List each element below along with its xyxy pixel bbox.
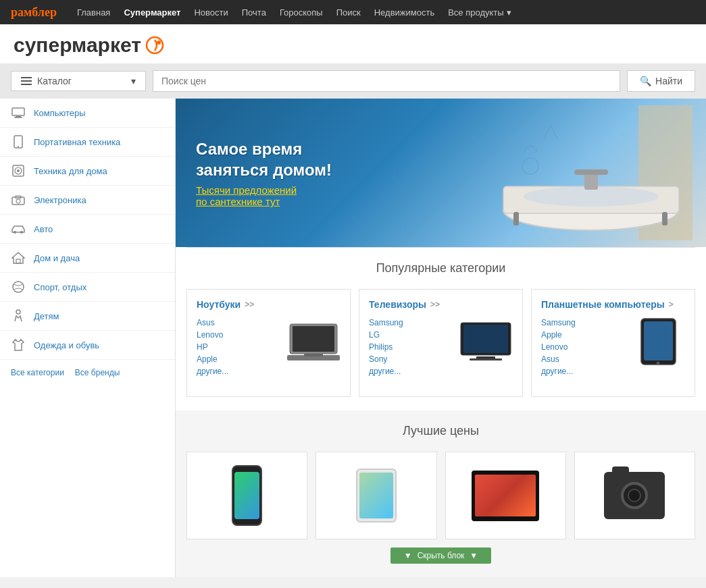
banner-title: Самое времязаняться домом! <box>196 138 332 180</box>
camera-bump <box>612 466 629 475</box>
sidebar-item-portable[interactable]: Портативная техника <box>0 128 175 157</box>
camera-lens-inner <box>628 489 641 502</box>
sidebar-item-computers[interactable]: Компьютеры <box>0 99 175 128</box>
tvs-arrow: >> <box>430 300 440 309</box>
hide-block-button[interactable]: ▼ Скрыть блок ▼ <box>390 547 491 564</box>
price-card-tv[interactable] <box>445 452 566 539</box>
laptops-link-more[interactable]: другие... <box>197 367 228 376</box>
tvs-image <box>459 318 513 365</box>
all-categories-link[interactable]: Все категории <box>11 368 64 377</box>
svg-rect-23 <box>662 212 667 225</box>
sidebar-label-clothing: Одежда и обувь <box>34 340 99 350</box>
laptops-link-apple[interactable]: Apple <box>197 354 228 364</box>
tvs-link-sony[interactable]: Sony <box>369 354 403 364</box>
sidebar-item-electronics[interactable]: Электроника <box>0 186 175 215</box>
popular-categories-section: Популярные категории Ноутбуки >> Asus Le… <box>176 248 706 410</box>
price-card-tablet[interactable] <box>316 452 436 539</box>
tablet2-image <box>356 469 397 523</box>
nav-supermarket[interactable]: Супермаркет <box>124 7 180 18</box>
svg-point-27 <box>522 158 538 174</box>
price-card-camera[interactable] <box>574 452 695 539</box>
categories-grid: Ноутбуки >> Asus Lenovo HP Apple другие.… <box>186 289 695 397</box>
nav-home[interactable]: Главная <box>77 7 110 18</box>
svg-rect-16 <box>16 259 20 263</box>
camera-image <box>604 472 665 519</box>
search-icon: 🔍 <box>640 76 651 86</box>
laptops-link-lenovo[interactable]: Lenovo <box>197 330 228 340</box>
svg-point-12 <box>16 199 20 203</box>
child-icon <box>11 310 26 322</box>
tablets-link-samsung[interactable]: Samsung <box>541 318 576 327</box>
search-input[interactable] <box>153 70 620 92</box>
svg-rect-2 <box>12 108 24 115</box>
nav-news[interactable]: Новости <box>194 7 228 18</box>
banner-subtitle[interactable]: Тысячи предложенийпо сантехнике тут <box>196 184 332 207</box>
tablets-link-lenovo[interactable]: Lenovo <box>541 342 576 352</box>
svg-marker-15 <box>12 252 24 263</box>
bath-svg <box>490 105 692 240</box>
svg-point-13 <box>14 231 16 234</box>
tvs-link-lg[interactable]: LG <box>369 330 403 340</box>
laptops-links: Asus Lenovo HP Apple другие... <box>197 318 228 376</box>
brand-logo[interactable]: рамблер <box>11 5 57 20</box>
site-logo-text[interactable]: супермаркет <box>14 34 141 57</box>
catalog-chevron-icon: ▾ <box>131 76 136 86</box>
laptops-title[interactable]: Ноутбуки >> <box>197 299 341 310</box>
camera-icon <box>11 194 26 206</box>
sidebar-item-children[interactable]: Детям <box>0 302 175 331</box>
catalog-label: Каталог <box>37 76 72 86</box>
tablets-title[interactable]: Планшетные компьютеры > <box>541 299 685 310</box>
svg-rect-22 <box>513 212 519 225</box>
catalog-button[interactable]: Каталог ▾ <box>11 71 146 91</box>
nav-all-products[interactable]: Все продукты ▾ <box>448 7 511 18</box>
sidebar-footer: Все категории Все бренды <box>0 360 175 385</box>
search-button-label: Найти <box>655 76 682 86</box>
category-card-tvs: Телевизоры >> Samsung LG Philips Sony др… <box>359 289 523 397</box>
sidebar-item-home-appliances[interactable]: Техника для дома <box>0 157 175 186</box>
camera-lens <box>621 482 648 509</box>
logo-area: супермаркет <box>0 24 706 63</box>
nav-realty[interactable]: Недвижимость <box>374 7 434 18</box>
tablets-links: Samsung Apple Lenovo Asus другие... <box>541 318 576 376</box>
tablets-link-apple[interactable]: Apple <box>541 330 576 340</box>
tablets-image <box>631 318 685 365</box>
nav-mail[interactable]: Почта <box>242 7 266 18</box>
nav-search[interactable]: Поиск <box>336 7 361 18</box>
right-content: Самое времязаняться домом! Тысячи предло… <box>176 99 706 577</box>
banner-text-block: Самое времязаняться домом! Тысячи предло… <box>196 138 332 207</box>
banner[interactable]: Самое времязаняться домом! Тысячи предло… <box>176 99 706 247</box>
tvs-link-samsung[interactable]: Samsung <box>369 318 403 327</box>
tvs-link-philips[interactable]: Philips <box>369 342 403 352</box>
phone-screen <box>234 472 259 519</box>
tv2-image <box>472 471 539 521</box>
tablet-svg <box>640 317 677 366</box>
svg-point-1 <box>157 41 161 45</box>
svg-rect-33 <box>463 325 508 353</box>
nav-horoscopes[interactable]: Гороскопы <box>280 7 323 18</box>
svg-point-17 <box>13 282 24 292</box>
tvs-link-more[interactable]: другие... <box>369 367 403 376</box>
mobile-icon <box>11 136 26 148</box>
sidebar-item-auto[interactable]: Авто <box>0 215 175 244</box>
price-card-phone[interactable] <box>186 452 307 539</box>
svg-rect-35 <box>470 358 502 360</box>
chevron-down-icon: ▾ <box>507 7 511 18</box>
search-button[interactable]: 🔍 Найти <box>627 70 695 92</box>
main-content: Компьютеры Портативная техника Техника д… <box>0 99 706 577</box>
laptops-link-asus[interactable]: Asus <box>197 318 228 327</box>
sidebar-item-home-garden[interactable]: Дом и дача <box>0 244 175 273</box>
sidebar-item-clothing[interactable]: Одежда и обувь <box>0 331 175 360</box>
laptops-link-hp[interactable]: HP <box>197 342 228 352</box>
banner-illustration <box>490 105 692 240</box>
sidebar-label-sport: Спорт, отдых <box>34 282 86 292</box>
svg-rect-31 <box>304 354 323 356</box>
tablets-link-more[interactable]: другие... <box>541 367 576 376</box>
sidebar-item-sport[interactable]: Спорт, отдых <box>0 273 175 302</box>
tvs-title[interactable]: Телевизоры >> <box>369 299 513 310</box>
phone-image <box>232 465 262 526</box>
tablet2-screen <box>359 473 393 518</box>
hide-block-label: Скрыть блок <box>418 551 465 560</box>
tv-svg <box>459 321 512 362</box>
tablets-link-asus[interactable]: Asus <box>541 354 576 364</box>
all-brands-link[interactable]: Все бренды <box>75 368 120 377</box>
